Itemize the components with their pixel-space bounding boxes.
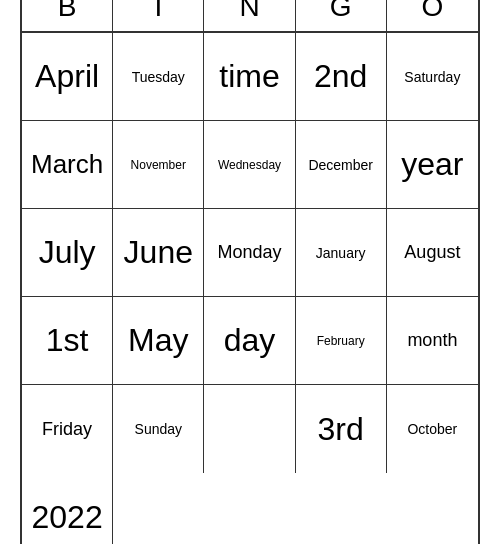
bingo-card: BINGO AprilTuesdaytime2ndSaturdayMarchNo… <box>20 0 480 544</box>
cell-text-15: 1st <box>46 322 89 359</box>
cell-text-1: Tuesday <box>132 69 185 85</box>
bingo-cell-13: January <box>296 209 387 297</box>
header-letter-i: I <box>113 0 204 31</box>
cell-text-9: year <box>401 146 463 183</box>
cell-text-18: February <box>317 334 365 348</box>
bingo-cell-7: Wednesday <box>204 121 295 209</box>
cell-text-2: time <box>219 58 279 95</box>
cell-text-24: October <box>407 421 457 437</box>
bingo-cell-14: August <box>387 209 478 297</box>
cell-text-13: January <box>316 245 366 261</box>
bingo-cell-5: March <box>22 121 113 209</box>
bingo-cell-19: month <box>387 297 478 385</box>
bingo-cell-20: Friday <box>22 385 113 473</box>
cell-text-8: December <box>308 157 373 173</box>
bingo-cell-10: July <box>22 209 113 297</box>
bingo-cell-6: November <box>113 121 204 209</box>
bingo-cell-17: day <box>204 297 295 385</box>
bingo-cell-9: year <box>387 121 478 209</box>
bingo-cell-0: April <box>22 33 113 121</box>
header-letter-n: N <box>204 0 295 31</box>
cell-text-4: Saturday <box>404 69 460 85</box>
bingo-cell-11: June <box>113 209 204 297</box>
cell-text-5: March <box>31 149 103 180</box>
header-letter-o: O <box>387 0 478 31</box>
bingo-header: BINGO <box>22 0 478 33</box>
bingo-cell-8: December <box>296 121 387 209</box>
bingo-cell-3: 2nd <box>296 33 387 121</box>
cell-text-14: August <box>404 242 460 263</box>
bingo-cell-24: October <box>387 385 478 473</box>
cell-text-7: Wednesday <box>218 158 281 172</box>
bingo-cell-1: Tuesday <box>113 33 204 121</box>
bingo-cell-12: Monday <box>204 209 295 297</box>
bingo-cell-21: Sunday <box>113 385 204 473</box>
cell-text-10: July <box>39 234 96 271</box>
cell-text-17: day <box>224 322 276 359</box>
cell-text-23: 3rd <box>318 411 364 448</box>
bingo-cell-22 <box>204 385 295 473</box>
bingo-cell-23: 3rd <box>296 385 387 473</box>
cell-text-20: Friday <box>42 419 92 440</box>
bingo-cell-15: 1st <box>22 297 113 385</box>
cell-text-19: month <box>407 330 457 351</box>
bingo-cell-2: time <box>204 33 295 121</box>
bingo-cell-18: February <box>296 297 387 385</box>
header-letter-g: G <box>296 0 387 31</box>
bingo-cell-16: May <box>113 297 204 385</box>
cell-text-3: 2nd <box>314 58 367 95</box>
cell-text-0: April <box>35 58 99 95</box>
header-letter-b: B <box>22 0 113 31</box>
cell-text-6: November <box>131 158 186 172</box>
bingo-cell-25: 2022 <box>22 473 113 544</box>
bingo-grid: AprilTuesdaytime2ndSaturdayMarchNovember… <box>22 33 478 544</box>
cell-text-16: May <box>128 322 188 359</box>
cell-text-21: Sunday <box>135 421 182 437</box>
cell-text-11: June <box>124 234 193 271</box>
cell-text-12: Monday <box>217 242 281 263</box>
bingo-cell-4: Saturday <box>387 33 478 121</box>
cell-text-25: 2022 <box>32 499 103 536</box>
